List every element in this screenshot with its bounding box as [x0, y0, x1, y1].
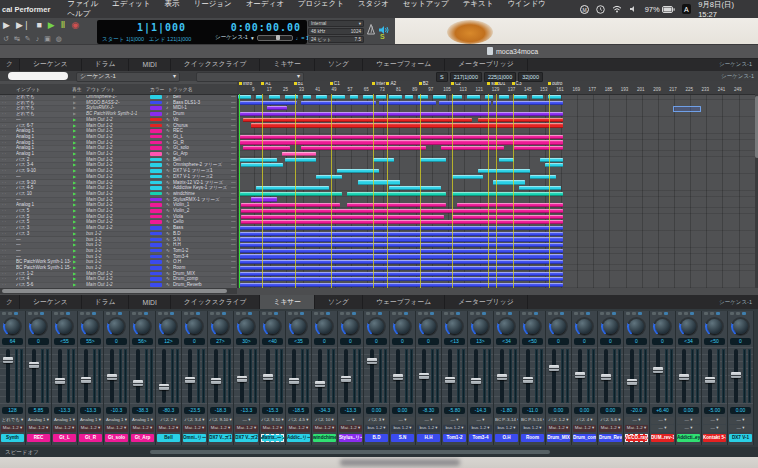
clip-StylusRMX-1 フリーズ[interactable] — [251, 197, 277, 201]
channel-name[interactable]: Omni..リーズ — [183, 434, 206, 442]
pan-readout[interactable]: 0 — [574, 338, 595, 345]
clip-Bell[interactable] — [285, 158, 316, 162]
timeline-ruler[interactable]: 9172533414957657381899710511312112913714… — [237, 80, 758, 95]
clip-Bell[interactable] — [405, 95, 413, 99]
mute-button[interactable] — [80, 312, 84, 315]
mute-button[interactable] — [418, 312, 422, 315]
output-select[interactable]: bus 1-2 ▾ — [469, 425, 492, 432]
menu-item-リージョン[interactable]: リージョン — [193, 0, 231, 8]
solo-button[interactable] — [450, 312, 454, 315]
clip-Bass DLS1-3[interactable] — [240, 101, 297, 105]
record-enable-button[interactable] — [508, 312, 512, 315]
channel-name[interactable]: Drum_Reverb — [599, 434, 622, 442]
tab-クイックスクライブ[interactable]: クイックスクライブ — [171, 57, 261, 71]
channel-name[interactable]: Gt_solo — [105, 434, 128, 442]
tab-cut[interactable]: ク — [0, 295, 20, 309]
record-enable-button[interactable] — [404, 312, 408, 315]
clip-Bell[interactable] — [303, 95, 311, 99]
tab-MIDI[interactable]: MIDI — [129, 295, 170, 309]
output-select[interactable]: bus 1-2 ▾ — [391, 425, 414, 432]
mute-button[interactable] — [236, 312, 240, 315]
channel-name[interactable]: Drum_MIX — [547, 434, 570, 442]
input-select[interactable]: — ▾ — [417, 417, 440, 424]
channel-name[interactable]: Tom1-2 — [443, 434, 466, 442]
solo-button[interactable] — [580, 312, 584, 315]
mute-button[interactable] — [730, 312, 734, 315]
marker-flag-A2[interactable]: A2 — [386, 81, 396, 86]
pan-knob-cap[interactable] — [213, 319, 228, 334]
output-select[interactable]: Mai..1-2 ▾ — [105, 425, 128, 432]
selection-end[interactable]: 225|1|000 — [484, 72, 516, 82]
solo-button[interactable] — [8, 312, 12, 315]
marker-flag-C1[interactable]: C1 — [330, 81, 340, 86]
pan-readout[interactable]: <55 — [54, 338, 75, 345]
solo-button[interactable] — [268, 312, 272, 315]
play-button[interactable]: ▶ — [3, 19, 10, 32]
record-enable-button[interactable] — [14, 312, 18, 315]
record-enable-button[interactable] — [92, 312, 96, 315]
pan-readout[interactable]: <35 — [288, 338, 309, 345]
menu-item-ヘルプ[interactable]: ヘルプ — [67, 9, 90, 18]
counter-time[interactable]: 0:00:00.00 — [231, 22, 301, 33]
clip-Churus[interactable] — [251, 123, 563, 127]
clip-Addictive Keys-1 フリーズ[interactable] — [389, 186, 441, 190]
pan-readout[interactable]: 12> — [158, 338, 179, 345]
mute-button[interactable] — [54, 312, 58, 315]
clip-Vo[interactable] — [478, 118, 563, 122]
tab-シーケンス[interactable]: シーケンス — [20, 295, 82, 309]
clip-Violin_1[interactable] — [457, 203, 563, 207]
pan-readout[interactable]: 0 — [366, 338, 387, 345]
pan-knob[interactable] — [653, 317, 672, 336]
volume-readout[interactable]: -80.3 — [158, 407, 179, 414]
volume-readout[interactable]: -13.3 — [80, 407, 101, 414]
sequence-select-dropdown[interactable]: シーケンス-1▾ — [76, 72, 180, 82]
pan-knob-cap[interactable] — [343, 319, 358, 334]
pan-knob-cap[interactable] — [577, 319, 592, 334]
pan-knob[interactable] — [601, 317, 620, 336]
track-color-chip[interactable] — [150, 152, 162, 156]
track-color-chip[interactable] — [150, 209, 162, 213]
tab-メーターブリッジ[interactable]: メーターブリッジ — [445, 57, 527, 71]
output-select[interactable]: Mai..1-2 ▾ — [599, 425, 622, 432]
channel-name[interactable]: Room — [521, 434, 544, 442]
clip-Bell[interactable] — [514, 95, 527, 99]
clip-Bell[interactable] — [350, 95, 358, 99]
volume-readout[interactable]: -8.30 — [418, 407, 439, 414]
solo-button[interactable] — [736, 312, 740, 315]
channel-name[interactable]: DX7 V-1 — [729, 434, 752, 442]
record-enable-button[interactable] — [300, 312, 304, 315]
track-color-chip[interactable] — [150, 232, 162, 236]
channel-name[interactable]: Bell — [157, 434, 180, 442]
volume-readout[interactable]: -5.00 — [704, 407, 725, 414]
output-select[interactable]: Mai..1-2 ▾ — [287, 425, 310, 432]
clip-Viola[interactable] — [452, 215, 563, 219]
output-select[interactable]: — ▾ — [677, 425, 700, 432]
pan-knob-cap[interactable] — [83, 319, 98, 334]
solo-button[interactable] — [320, 312, 324, 315]
record-enable-button[interactable] — [66, 312, 70, 315]
record-enable-button[interactable] — [274, 312, 278, 315]
output-select[interactable]: Mai..1-2 ▾ — [27, 425, 50, 432]
pan-readout[interactable]: 0 — [340, 338, 361, 345]
input-select[interactable]: バス 2 ▾ — [157, 417, 180, 424]
clip-Bell[interactable] — [540, 158, 563, 162]
solo-button[interactable] — [476, 312, 480, 315]
input-select[interactable]: — ▾ — [729, 417, 752, 424]
pan-knob[interactable] — [445, 317, 464, 336]
pan-knob[interactable] — [81, 317, 100, 336]
clip-Bass DLS1-3[interactable] — [439, 101, 491, 105]
fader-handle[interactable] — [471, 378, 481, 384]
mute-button[interactable] — [496, 312, 500, 315]
channel-name[interactable]: DUM..rev-1 — [651, 434, 674, 442]
pan-knob-cap[interactable] — [681, 319, 696, 334]
bit-depth-display[interactable]: 24 ビット7.5 — [308, 36, 364, 43]
pan-readout[interactable]: <13 — [444, 338, 465, 345]
input-select[interactable]: バス 9-10 ▾ — [209, 417, 232, 424]
channel-name[interactable]: Stylus..リーズ — [339, 434, 362, 442]
input-select[interactable]: Analog 1 ▾ — [131, 417, 154, 424]
fader-handle[interactable] — [627, 379, 637, 385]
fader-handle[interactable] — [367, 358, 377, 364]
pan-knob-cap[interactable] — [525, 319, 540, 334]
clip-Violin_1[interactable] — [241, 203, 340, 207]
solo-button[interactable] — [86, 312, 90, 315]
